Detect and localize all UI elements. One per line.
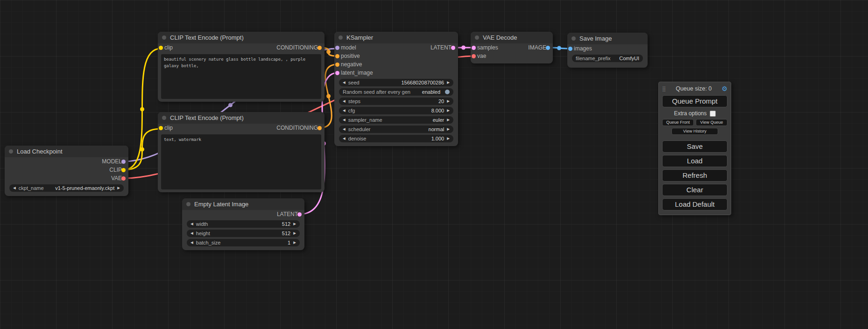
widget-scheduler[interactable]: ◀ scheduler normal ▶ (339, 126, 453, 133)
widget-cfg[interactable]: ◀ cfg 8.000 ▶ (339, 107, 453, 114)
collapse-dot-icon[interactable] (162, 35, 166, 40)
widget-value: 156680208700286 (401, 80, 444, 85)
output-label-image: IMAGE (528, 44, 546, 51)
clear-button[interactable]: Clear (662, 184, 727, 196)
output-dot-clip[interactable] (121, 168, 126, 172)
prev-value-arrow-icon[interactable]: ◀ (343, 118, 346, 122)
prev-value-arrow-icon[interactable]: ◀ (343, 127, 346, 131)
view-history-button[interactable]: View History (671, 128, 719, 135)
input-dot-latent-image[interactable] (335, 71, 339, 75)
node-save-image[interactable]: Save Image images filename_prefix ComfyU… (567, 33, 648, 68)
input-dot-images[interactable] (568, 47, 572, 51)
node-title-bar[interactable]: CLIP Text Encode (Prompt) (158, 112, 325, 124)
input-dot-clip[interactable] (159, 126, 163, 130)
widget-width[interactable]: ◀ width 512 ▶ (187, 220, 300, 228)
output-dot-model[interactable] (121, 160, 126, 164)
save-button[interactable]: Save (662, 140, 727, 153)
output-dot-conditioning[interactable] (318, 126, 322, 130)
extra-options-checkbox[interactable] (710, 111, 716, 117)
input-slot-latent-image: latent_image (334, 69, 458, 77)
widget-filename-prefix[interactable]: filename_prefix ComfyUI (572, 55, 643, 62)
prev-value-arrow-icon[interactable]: ◀ (343, 109, 346, 112)
widget-value: euler (433, 117, 444, 123)
widget-ckpt-name[interactable]: ◀ ckpt_name v1-5-pruned-emaonly.ckpt ▶ (9, 184, 124, 192)
output-dot-conditioning[interactable] (318, 46, 322, 50)
next-value-arrow-icon[interactable]: ▶ (447, 109, 450, 112)
next-value-arrow-icon[interactable]: ▶ (447, 81, 450, 84)
output-dot-latent[interactable] (297, 212, 302, 217)
widget-batch-size[interactable]: ◀ batch_size 1 ▶ (187, 239, 300, 246)
queue-prompt-button[interactable]: Queue Prompt (662, 95, 727, 107)
widget-value: 20 (438, 98, 444, 104)
widget-value: ComfyUI (619, 56, 639, 61)
node-clip-text-encode-negative[interactable]: CLIP Text Encode (Prompt) clip CONDITION… (158, 112, 325, 192)
widget-steps[interactable]: ◀ steps 20 ▶ (339, 98, 453, 105)
prev-value-arrow-icon[interactable]: ◀ (191, 222, 193, 226)
collapse-dot-icon[interactable] (186, 202, 191, 206)
prev-value-arrow-icon[interactable]: ◀ (191, 241, 193, 245)
output-dot-latent[interactable] (451, 46, 455, 50)
next-value-arrow-icon[interactable]: ▶ (293, 241, 296, 245)
next-value-arrow-icon[interactable]: ▶ (447, 118, 450, 122)
queue-front-button[interactable]: Queue Front (662, 119, 694, 126)
prev-value-arrow-icon[interactable]: ◀ (13, 186, 16, 190)
collapse-dot-icon[interactable] (9, 149, 13, 154)
output-label-latent: LATENT (277, 211, 298, 217)
toggle-knob-icon[interactable] (445, 90, 450, 94)
input-dot-clip[interactable] (159, 46, 163, 50)
prev-value-arrow-icon[interactable]: ◀ (343, 99, 346, 103)
input-slot-positive: positive (334, 52, 458, 60)
widget-height[interactable]: ◀ height 512 ▶ (187, 230, 300, 237)
prompt-textarea[interactable]: text, watermark (161, 134, 321, 189)
input-dot-samples[interactable] (472, 46, 476, 50)
node-empty-latent-image[interactable]: Empty Latent Image LATENT ◀ width 512 ▶ … (182, 198, 304, 250)
load-button[interactable]: Load (662, 155, 727, 167)
input-dot-model[interactable] (335, 46, 339, 50)
drag-handle-icon[interactable]: ⣿ (662, 86, 666, 92)
next-value-arrow-icon[interactable]: ▶ (293, 231, 296, 235)
next-value-arrow-icon[interactable]: ▶ (447, 99, 450, 103)
node-title-bar[interactable]: Empty Latent Image (182, 198, 304, 210)
prompt-textarea[interactable]: beautiful scenery nature glass bottle la… (161, 54, 321, 99)
widget-denoise[interactable]: ◀ denoise 1.000 ▶ (339, 135, 453, 142)
input-label-vae: vae (477, 53, 486, 59)
collapse-dot-icon[interactable] (475, 35, 479, 40)
input-dot-positive[interactable] (335, 54, 339, 58)
node-clip-text-encode-positive[interactable]: CLIP Text Encode (Prompt) clip CONDITION… (158, 32, 325, 102)
collapse-dot-icon[interactable] (572, 36, 576, 41)
node-title-bar[interactable]: CLIP Text Encode (Prompt) (158, 32, 325, 43)
widget-random-seed[interactable]: Random seed after every gen enabled (339, 88, 453, 96)
link-midpoint-dot (140, 107, 144, 112)
next-value-arrow-icon[interactable]: ▶ (293, 222, 296, 226)
queue-size-label: Queue size: 0 (666, 85, 721, 92)
node-load-checkpoint[interactable]: Load Checkpoint MODEL CLIP VAE ◀ ckpt_na… (5, 146, 128, 196)
view-queue-button[interactable]: View Queue (696, 119, 727, 126)
node-vae-decode[interactable]: VAE Decode samples IMAGE vae (471, 32, 553, 63)
widget-value: 8.000 (431, 108, 445, 113)
output-dot-image[interactable] (546, 46, 550, 50)
next-value-arrow-icon[interactable]: ▶ (447, 127, 450, 131)
collapse-dot-icon[interactable] (162, 116, 166, 120)
prev-value-arrow-icon[interactable]: ◀ (343, 81, 346, 84)
queue-buttons-row: Queue Front View Queue (662, 119, 727, 126)
node-title-bar[interactable]: KSampler (334, 32, 458, 43)
widget-label: steps (348, 98, 360, 104)
node-title-bar[interactable]: VAE Decode (471, 32, 553, 43)
settings-gear-icon[interactable]: ⚙ (721, 85, 727, 92)
input-dot-negative[interactable] (335, 63, 339, 67)
prev-value-arrow-icon[interactable]: ◀ (343, 137, 346, 140)
load-default-button[interactable]: Load Default (662, 198, 727, 210)
node-title-bar[interactable]: Load Checkpoint (5, 146, 128, 157)
comfyui-app: { "colors": { "model": "#B39DDB", "clip"… (0, 0, 868, 329)
node-title-bar[interactable]: Save Image (567, 33, 648, 44)
node-ksampler[interactable]: KSampler model LATENT positive negative … (334, 32, 458, 146)
widget-seed[interactable]: ◀ seed 156680208700286 ▶ (339, 79, 453, 86)
next-value-arrow-icon[interactable]: ▶ (447, 137, 450, 140)
refresh-button[interactable]: Refresh (662, 169, 727, 182)
widget-sampler-name[interactable]: ◀ sampler_name euler ▶ (339, 116, 453, 124)
next-value-arrow-icon[interactable]: ▶ (117, 186, 120, 190)
prev-value-arrow-icon[interactable]: ◀ (191, 231, 193, 235)
input-dot-vae[interactable] (472, 54, 476, 58)
output-dot-vae[interactable] (121, 176, 126, 181)
collapse-dot-icon[interactable] (339, 35, 343, 40)
